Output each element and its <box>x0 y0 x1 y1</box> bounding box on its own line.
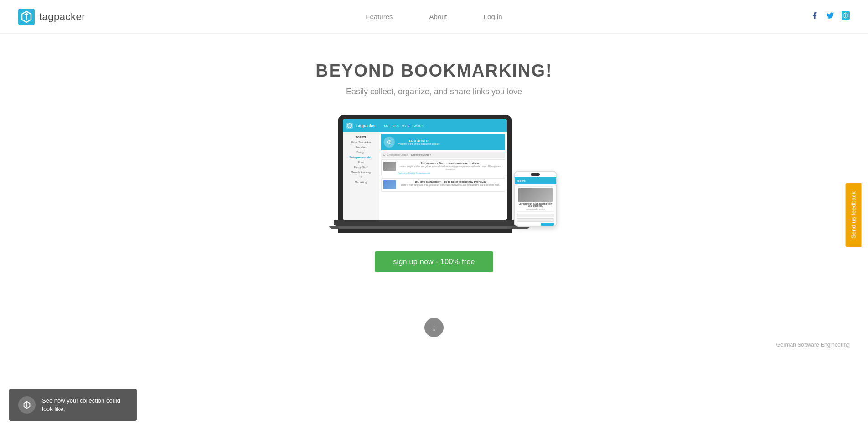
phone-save-btn[interactable] <box>541 223 554 226</box>
scroll-down-icon: ↓ <box>432 322 436 333</box>
nav-features[interactable]: Features <box>366 13 393 20</box>
nav-login[interactable]: Log in <box>484 13 502 20</box>
screen-search-bar: Entrepreneurship Entrepreneurship × <box>381 152 505 158</box>
tagpacker-logo-icon <box>18 9 35 25</box>
screen-tag-lifestyle: Lifestyle <box>408 172 415 174</box>
feedback-tab[interactable]: Send us feedback <box>845 183 861 247</box>
screen-card-1-img <box>383 162 396 171</box>
screen-card-2-content: 101 Time Management Tips to Boost Produc… <box>398 180 503 189</box>
screen-card-1: Entrepreneur - Start, run and grow your … <box>381 159 505 176</box>
hero-title: BEYOND BOOKMARKING! <box>315 61 552 81</box>
screen-card-2-text: There is really large and small, you can… <box>398 184 503 187</box>
footer-text: German Software Engineering <box>776 342 850 348</box>
scroll-indicator: ↓ <box>424 318 444 337</box>
screen-card-1-title: Entrepreneur - Start, run and grow your … <box>398 162 503 164</box>
social-links <box>811 11 850 22</box>
screen-sidebar-item-2: Branding <box>345 145 377 149</box>
screen-avatar <box>384 137 395 148</box>
screen-sidebar-item-5: Free <box>345 160 377 164</box>
screen-sidebar-item-7: Growth Hacking <box>345 170 377 174</box>
screen-search-term: Entrepreneurship <box>387 154 408 156</box>
phone-mockup: Add link Entrepreneur - Start, run and g… <box>514 171 557 227</box>
phone-card-text: stories, insight, profiles <box>518 208 553 210</box>
laptop-base-bottom <box>329 226 530 229</box>
hero-section: BEYOND BOOKMARKING! Easily collect, orga… <box>306 34 561 309</box>
screen-main-area: TAGPACKER Welcome to the official tagpac… <box>379 132 507 220</box>
main-content: BEYOND BOOKMARKING! Easily collect, orga… <box>0 34 868 337</box>
phone-screen: Add link Entrepreneur - Start, run and g… <box>515 177 556 225</box>
screen-tag-badge: Entrepreneurship × <box>409 153 433 157</box>
screen-header: tagpacker MY LINKS MY NETWORK <box>343 119 507 132</box>
screen-nav-network: MY NETWORK <box>402 124 424 128</box>
twitter-icon[interactable] <box>826 11 834 22</box>
screen-card-2-img <box>383 180 396 189</box>
laptop-screen: tagpacker MY LINKS MY NETWORK TOPICS Abo… <box>343 119 507 220</box>
screen-profile-bar: TAGPACKER Welcome to the official tagpac… <box>381 134 505 150</box>
phone-card-img <box>518 188 553 202</box>
tagpacker-social-icon[interactable] <box>842 11 850 22</box>
scroll-down-button[interactable]: ↓ <box>424 318 444 337</box>
phone-url-input <box>517 214 554 217</box>
phone-status-bar <box>515 172 556 177</box>
screen-tag-productivity: Productivity <box>398 172 408 174</box>
screen-brand: tagpacker <box>356 123 376 128</box>
nav-about[interactable]: About <box>429 13 447 20</box>
screen-sidebar-topics: TOPICS <box>345 135 377 139</box>
signup-button[interactable]: sign up now - 100% free <box>375 251 493 272</box>
footer: German Software Engineering <box>0 337 868 357</box>
screen-card-1-tags: Productivity Lifestyle Entrepreneurship <box>398 172 503 174</box>
screen-search-icon <box>383 154 386 156</box>
screen-card-2-title: 101 Time Management Tips to Boost Produc… <box>398 180 503 183</box>
facebook-icon[interactable] <box>811 11 819 22</box>
laptop-base <box>334 220 525 226</box>
screen-profile-name: TAGPACKER <box>398 139 439 143</box>
phone-tags-input <box>517 218 554 222</box>
screen-logo <box>346 123 353 129</box>
phone-header-text: Add link <box>517 179 526 182</box>
screen-sidebar-item-4: Entrepreneurship <box>345 155 377 159</box>
svg-point-6 <box>383 154 385 156</box>
phone-input-area <box>517 214 554 222</box>
screen-profile-desc: Welcome to the official tagpacker accoun… <box>398 143 439 145</box>
screen-profile-info: TAGPACKER Welcome to the official tagpac… <box>398 139 439 145</box>
screen-card-2: 101 Time Management Tips to Boost Produc… <box>381 178 505 192</box>
hero-subtitle: Easily collect, organize, and share link… <box>346 87 522 97</box>
screen-body: TOPICS About Tagpacker Branding Design E… <box>343 132 507 220</box>
screen-sidebar-item-6: Funny Stuff <box>345 165 377 169</box>
header: tagpacker Features About Log in <box>0 0 868 34</box>
screen-sidebar: TOPICS About Tagpacker Branding Design E… <box>343 132 379 220</box>
screen-card-1-content: Entrepreneur - Start, run and grow your … <box>398 162 503 174</box>
screen-sidebar-item-1: About Tagpacker <box>345 140 377 144</box>
phone-card-title: Entrepreneur - Start, run and grow your … <box>518 203 553 207</box>
main-nav: Features About Log in <box>366 13 502 20</box>
screen-sidebar-item-8: UI <box>345 175 377 179</box>
screen-card-1-text: stories, insight, profiles and guides fo… <box>398 165 503 171</box>
laptop-mockup: tagpacker MY LINKS MY NETWORK TOPICS Abo… <box>338 115 512 233</box>
phone-card: Entrepreneur - Start, run and grow your … <box>517 186 554 212</box>
screen-tag-entrepreneurship: Entrepreneurship <box>416 172 430 174</box>
logo-link[interactable]: tagpacker <box>18 9 85 25</box>
screen-sidebar-item-3: Design <box>345 150 377 154</box>
phone-header-bar: Add link <box>515 177 556 184</box>
screen-nav-mylinks: MY LINKS <box>384 124 399 128</box>
logo-text: tagpacker <box>39 11 85 23</box>
svg-line-7 <box>385 155 385 156</box>
screen-sidebar-item-9: Marketing <box>345 180 377 184</box>
screen-nav: MY LINKS MY NETWORK <box>384 124 424 128</box>
feedback-label: Send us feedback <box>850 191 857 239</box>
device-mockup: tagpacker MY LINKS MY NETWORK TOPICS Abo… <box>338 115 530 233</box>
